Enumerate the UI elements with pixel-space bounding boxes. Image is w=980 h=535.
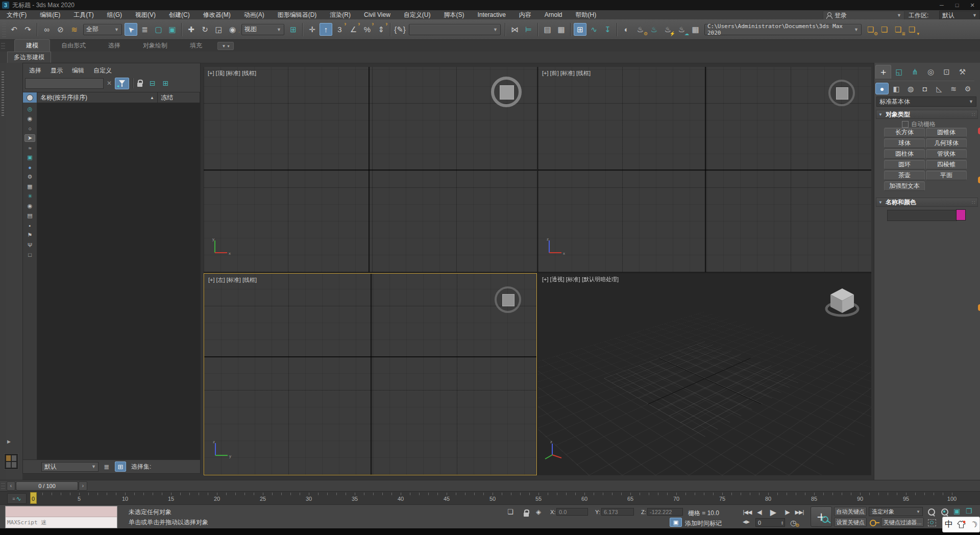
primitive-category-dropdown[interactable]: 标准基本体 ▼ (876, 96, 976, 107)
expand-tree-icon[interactable]: ⊟ (150, 79, 156, 87)
next-frame-button[interactable]: › (79, 481, 87, 491)
menu-item-2[interactable]: 工具(T) (67, 10, 100, 19)
material-editor-icon[interactable]: ◐ (620, 23, 633, 36)
asset-library-icon[interactable]: ▦ (689, 23, 702, 36)
workspace-dropdown[interactable]: 默认 ▼ (939, 11, 980, 20)
ribbon-tab-自由形式[interactable]: 自由形式 (50, 40, 97, 52)
helper-filter-icon[interactable]: ▦ (24, 183, 35, 190)
name-column-header[interactable]: 名称(按升序排序) ▲ (37, 92, 158, 103)
maximize-button[interactable]: □ (949, 0, 965, 10)
selection-filter-dropdown[interactable]: 全部▼ (83, 24, 122, 35)
filter-icon[interactable]: ◂ (115, 78, 129, 89)
ime-skin-shirt-icon[interactable] (957, 521, 966, 528)
toggle-scene-explorer-icon[interactable]: ▤ (541, 23, 554, 36)
selection-column-header[interactable] (23, 92, 37, 103)
utilities-tab[interactable]: ⚒ (954, 65, 970, 79)
primitive-button-0[interactable]: 长方体 (884, 128, 925, 137)
menu-item-0[interactable]: 文件(F) (0, 10, 33, 19)
frozen-column-header[interactable]: 冻结 (158, 92, 200, 103)
settings-gear-icon[interactable]: ⚙ (24, 173, 35, 181)
menu-item-1[interactable]: 编辑(E) (33, 10, 67, 19)
collapse-tree-icon[interactable]: ⊞ (163, 79, 169, 87)
go-to-start-button[interactable]: |◀◀ (741, 507, 753, 517)
primitive-button-9[interactable]: 平面 (926, 171, 967, 180)
window-crossing-icon[interactable]: ▣ (166, 23, 179, 36)
previous-frame-button[interactable]: ‹ (7, 481, 15, 491)
zoom-all-icon[interactable] (941, 508, 948, 516)
flag-filter-icon[interactable]: ⚑ (24, 231, 35, 239)
set-project-folder-icon[interactable]: ❏ (878, 23, 891, 36)
close-button[interactable]: ✕ (965, 0, 980, 10)
menu-item-7[interactable]: 动画(A) (237, 10, 271, 19)
menu-item-11[interactable]: 自定义(U) (397, 10, 437, 19)
display-tab[interactable]: ⊡ (939, 65, 954, 79)
primitive-button-7[interactable]: 四棱锥 (926, 160, 967, 169)
select-and-rotate-icon[interactable]: ↻ (199, 23, 211, 36)
use-pivot-point-icon[interactable]: ⊞ (287, 23, 300, 36)
select-and-move-icon[interactable]: ✚ (185, 23, 198, 36)
explorer-menu-3[interactable]: 自定义 (90, 66, 118, 75)
go-to-end-button[interactable]: ▶▶| (793, 507, 805, 517)
create-tab[interactable]: ＋ (875, 65, 891, 79)
select-and-scale-icon[interactable]: ◲ (212, 23, 225, 36)
explorer-search-input[interactable] (25, 78, 104, 89)
tab-polygon-modeling[interactable]: 多边形建模 (7, 52, 51, 63)
primitive-button-6[interactable]: 圆环 (884, 160, 925, 169)
primitive-button-4[interactable]: 圆柱体 (884, 149, 925, 159)
login-dropdown[interactable]: 登录 ▼ (823, 11, 904, 20)
time-configuration-icon[interactable]: ◷⚙ (790, 519, 796, 527)
render-production-icon[interactable]: ♨⚡ (662, 23, 674, 36)
ime-fullwidth-moon-icon[interactable]: ☽ (968, 519, 979, 530)
light-filter-icon[interactable]: ✳ (24, 192, 35, 200)
key-filter-scope-dropdown[interactable]: 选定对象 ▼ (869, 507, 923, 516)
rectangular-selection-icon[interactable]: ▢ (152, 23, 165, 36)
key-filters-button[interactable]: 关键点过滤器... (881, 518, 924, 527)
ribbon-overflow-dropdown[interactable]: ▼▾ (217, 42, 234, 50)
viewcube-icon[interactable] (489, 75, 523, 109)
unlink-selection-icon[interactable]: ⊘ (54, 23, 67, 36)
time-slider-drag-handle[interactable] (1, 482, 5, 489)
spinner-icon[interactable]: ▲▼ (781, 521, 785, 525)
primitive-button-1[interactable]: 圆锥体 (926, 128, 967, 137)
listener-field[interactable]: MAXScript 迷 (6, 517, 117, 528)
shapes-icon[interactable]: ◧ (890, 83, 903, 94)
display-influences-icon[interactable]: ◎ (24, 105, 35, 113)
primitive-button-2[interactable]: 球体 (884, 138, 925, 148)
list-view-icon[interactable]: ≣ (102, 462, 112, 471)
viewport-layout-tabs-icon[interactable] (4, 453, 18, 470)
zoom-region-icon[interactable] (928, 519, 936, 526)
name-color-rollout[interactable]: ▼ 名称和颜色 ∷ (876, 198, 978, 207)
ribbon-drag-handle[interactable] (1, 42, 5, 49)
ime-language-bar[interactable]: 中 ☽ (942, 517, 980, 532)
select-by-name-icon[interactable]: ≣ (138, 23, 151, 36)
viewport-left-active[interactable]: [+] [左] [标准] [线框] zy (204, 273, 537, 475)
lock-icon[interactable] (137, 83, 142, 87)
select-and-manipulate-icon[interactable]: ✛ (306, 23, 318, 36)
ribbon-toggle-icon[interactable]: ⊞ (574, 23, 586, 36)
container-filter-icon[interactable]: □ (24, 251, 35, 258)
viewport-front-label[interactable]: [+] [前] [标准] [线框] (542, 69, 591, 77)
ik-filter-icon[interactable]: Ψ (24, 241, 35, 249)
selection-lock-icon[interactable] (524, 513, 529, 517)
spacewarp-filter-icon[interactable]: ≈ (24, 144, 35, 152)
project-folder-tree-icon[interactable]: ❏≣ (892, 23, 904, 36)
select-and-link-icon[interactable]: ∞ (40, 23, 53, 36)
pick-mode-icon[interactable]: ➤ (24, 134, 35, 142)
menu-item-4[interactable]: 视图(V) (129, 10, 162, 19)
primitive-button-5[interactable]: 管状体 (926, 149, 967, 159)
named-selection-dropdown[interactable]: ▼ (409, 24, 501, 35)
spinner-snap-icon[interactable]: ⇕ˀ (375, 23, 387, 36)
rendered-frame-window-icon[interactable]: ♨ (648, 23, 660, 36)
auto-key-button[interactable]: 自动关键点 (834, 507, 867, 516)
ribbon-tab-建模[interactable]: 建模 (14, 39, 50, 52)
render-in-cloud-icon[interactable]: ♨☁ (675, 23, 688, 36)
isolate-selection-icon[interactable]: ❏ (507, 508, 513, 516)
project-path-dropdown[interactable]: C:\Users\Administrator\Documents\3ds Max… (704, 24, 862, 35)
zoom-icon[interactable] (928, 508, 935, 516)
bind-to-space-warp-icon[interactable]: ≋ (68, 23, 81, 36)
primitive-button-8[interactable]: 茶壶 (884, 171, 925, 180)
camera-filter-icon[interactable]: ◉ (24, 202, 35, 210)
next-frame-playback-button[interactable]: |▶ (782, 507, 792, 517)
minimize-button[interactable]: ─ (934, 0, 949, 10)
project-folder-filter-icon[interactable]: ❏▾ (905, 23, 918, 36)
